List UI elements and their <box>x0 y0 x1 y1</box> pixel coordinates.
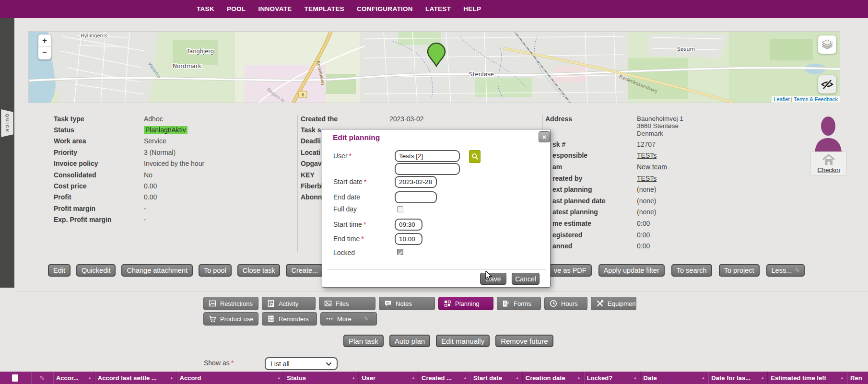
team-link[interactable]: New team <box>637 163 667 171</box>
sort-icon: ▲ <box>352 376 355 380</box>
detail-row: Profit0.00 <box>54 192 284 203</box>
to-search-button[interactable]: To search <box>671 264 712 277</box>
quickedit-button[interactable]: Quickedit <box>76 264 116 277</box>
user-input[interactable] <box>395 150 460 162</box>
show-as-select[interactable]: List all <box>265 357 338 370</box>
column-date[interactable]: Date▲ <box>640 372 708 384</box>
tab-product-use[interactable]: Product use <box>203 312 258 326</box>
detail-row: Priority3 (Normal) <box>54 147 284 158</box>
user-search-button[interactable] <box>469 150 481 163</box>
nav-item-innovate[interactable]: INNOVATE <box>258 5 292 12</box>
column-accor[interactable]: Accor...▲ <box>53 372 94 384</box>
tab-notes[interactable]: Notes <box>379 297 435 310</box>
column-ren[interactable]: Ren <box>847 372 868 384</box>
edit-manually-button[interactable]: Edit manually <box>436 335 490 347</box>
clock-icon <box>550 300 557 307</box>
dialog-title: Edit planning <box>333 133 380 142</box>
tab-reminders[interactable]: Reminders <box>262 312 317 326</box>
nav-item-templates[interactable]: TEMPLATES <box>305 5 344 12</box>
show-as-value: List all <box>270 360 290 368</box>
sort-icon: ▲ <box>411 376 415 380</box>
tab-equipment[interactable]: Equipment <box>591 297 636 310</box>
edit-button[interactable]: Edit <box>48 264 70 277</box>
mouse-cursor <box>485 271 493 281</box>
planning-actions: Plan task Auto plan Edit manually Remove… <box>343 335 553 347</box>
to-project-button[interactable]: To project <box>719 264 760 277</box>
start-date-input[interactable] <box>395 176 437 188</box>
attribution-separator: | <box>791 96 793 102</box>
files-icon <box>324 300 332 307</box>
column-date-for-last[interactable]: Date for las...▲ <box>708 372 767 384</box>
column-user[interactable]: User▲ <box>358 372 418 384</box>
column-start-date[interactable]: Start date▲ <box>470 372 522 384</box>
detail-row: ConsolidatedNo <box>54 169 284 180</box>
column-accord[interactable]: Accord▲ <box>176 372 284 384</box>
tab-more[interactable]: More ✎ <box>320 312 377 326</box>
nav-item-task[interactable]: TASK <box>197 5 214 12</box>
detail-row: Task typeAdhoc <box>54 113 284 124</box>
map[interactable]: 6 Roskildevej Frederikssundsvej Region H… <box>29 32 840 103</box>
remove-future-button[interactable]: Remove future <box>495 335 553 347</box>
hide-map-button[interactable] <box>818 75 836 93</box>
save-as-pdf-button[interactable]: ve as PDF <box>549 264 592 277</box>
task-tabs-row1: Restrictions Activity Files Notes Planni… <box>203 297 636 310</box>
pencil-icon: ✎ <box>795 267 799 274</box>
tab-planning[interactable]: Planning <box>438 297 493 310</box>
detail-row: Profit margin- <box>54 203 284 214</box>
place-label-tangbjerg: Tangbjerg <box>187 48 214 55</box>
nav-item-configuration[interactable]: CONFIGURATION <box>357 5 413 12</box>
column-accord-last-settle[interactable]: Accord last settle ...▲ <box>94 372 176 384</box>
user-secondary-input[interactable] <box>395 163 460 175</box>
task-tabs-row2: Product use Reminders More ✎ <box>203 312 377 326</box>
select-all-checkbox[interactable] <box>12 374 18 382</box>
detail-row: Cost price0.00 <box>54 180 284 191</box>
end-date-label: End date <box>333 193 360 201</box>
save-button[interactable]: Save <box>480 273 506 285</box>
change-attachment-button[interactable]: Change attachment <box>121 264 193 277</box>
auto-plan-button[interactable]: Auto plan <box>389 335 430 347</box>
nav-item-pool[interactable]: POOL <box>227 5 246 12</box>
to-pool-button[interactable]: To pool <box>199 264 232 277</box>
quick-panel-tab[interactable]: QUICK <box>1 109 13 137</box>
plan-task-button[interactable]: Plan task <box>343 335 384 347</box>
zoom-out-button[interactable]: − <box>38 47 51 59</box>
created-by-link[interactable]: TESTs <box>637 175 657 182</box>
apply-update-filter-button[interactable]: Apply update filter <box>598 264 665 277</box>
cancel-button[interactable]: Cancel <box>512 273 540 285</box>
activity-icon <box>267 300 275 307</box>
close-task-button[interactable]: Close task <box>237 264 281 277</box>
zoom-in-button[interactable]: + <box>38 35 51 47</box>
column-status[interactable]: Status▲ <box>283 372 358 384</box>
end-time-input[interactable] <box>395 233 422 245</box>
task-details-left: Task typeAdhoc StatusPlanlagt/Aktiv Work… <box>54 113 284 225</box>
tab-hours[interactable]: Hours <box>544 297 587 310</box>
tab-forms[interactable]: Forms <box>497 297 541 310</box>
search-icon <box>471 153 479 160</box>
leaflet-link[interactable]: Leaflet <box>774 96 789 102</box>
create-button[interactable]: Create... <box>286 264 323 277</box>
place-label-sosum: Søsum <box>677 46 695 52</box>
avatar <box>811 116 845 152</box>
start-time-input[interactable] <box>395 219 422 231</box>
chevron-down-icon <box>326 362 332 366</box>
tab-restrictions[interactable]: Restrictions <box>203 297 258 310</box>
full-day-checkbox[interactable] <box>397 206 403 212</box>
detail-row: Exp. Profit margin- <box>54 214 284 225</box>
column-estimated-time-left[interactable]: Estimated time left▲ <box>767 372 847 384</box>
nav-item-help[interactable]: HELP <box>463 5 481 12</box>
terms-feedback-link[interactable]: Terms & Feedback <box>794 96 838 102</box>
column-locked[interactable]: Locked?▲ <box>584 372 640 384</box>
less-button[interactable]: Less...✎ <box>766 264 805 277</box>
locked-checkbox[interactable] <box>397 249 403 255</box>
nav-item-latest[interactable]: LATEST <box>425 5 451 12</box>
layers-button[interactable] <box>818 35 836 54</box>
column-created[interactable]: Created ...▲ <box>418 372 470 384</box>
end-date-input[interactable] <box>395 191 437 203</box>
close-dialog-button[interactable]: × <box>539 131 550 142</box>
responsible-link[interactable]: TESTs <box>637 151 657 159</box>
tab-activity[interactable]: Activity <box>262 297 316 310</box>
detail-row: Created the2023-03-02 <box>301 113 540 124</box>
tab-files[interactable]: Files <box>319 297 375 310</box>
column-creation-date[interactable]: Creation date▲ <box>522 372 584 384</box>
checkin-link[interactable]: Checkin <box>818 166 840 174</box>
